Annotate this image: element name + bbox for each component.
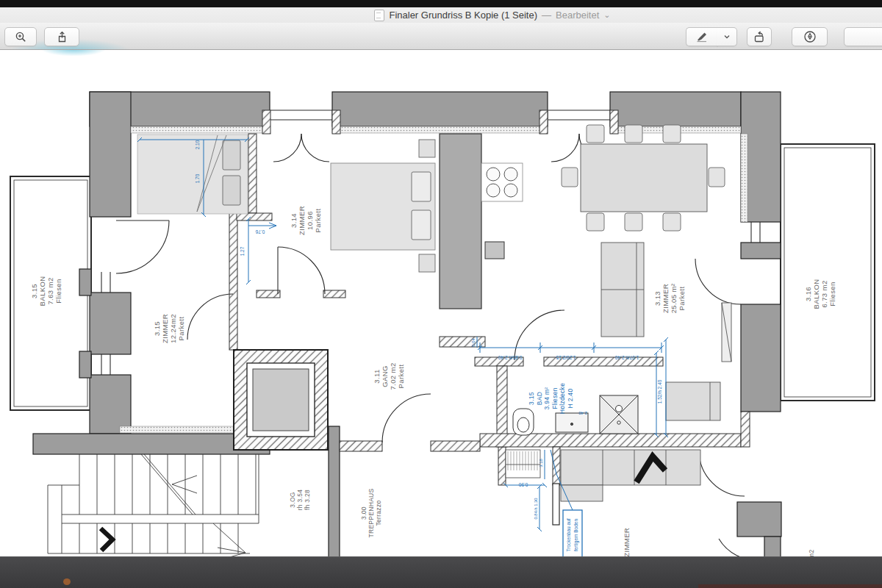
closet <box>506 450 540 478</box>
share-button[interactable] <box>44 27 79 46</box>
svg-text:3.15: 3.15 <box>30 284 38 298</box>
kitchen-sink <box>485 242 504 259</box>
svg-text:Parkett: Parkett <box>177 317 185 341</box>
svg-text:Holzdecke: Holzdecke <box>559 383 566 414</box>
dim-2-10: 2.10 <box>195 140 200 149</box>
svg-text:Parkett: Parkett <box>678 287 686 311</box>
label-zimmer-314: 3.14 ZIMMER 10.96 Parkett <box>290 206 322 235</box>
document-canvas[interactable]: 3.15 BALKON 7.63 m2 Fliesen 3.15 ZIMMER … <box>0 0 882 588</box>
marker-dropdown-button[interactable] <box>717 27 737 46</box>
toolbar <box>0 23 882 50</box>
svg-text:H 2.40: H 2.40 <box>567 389 574 409</box>
svg-text:Parkett: Parkett <box>397 365 405 389</box>
svg-text:GANG: GANG <box>381 365 389 387</box>
label-zimmer-313: 3.13 ZIMMER 25.05 m² Parkett <box>653 284 686 314</box>
dining-table <box>581 144 707 212</box>
dim-1-07: 1.07/h 2.40 <box>614 355 639 360</box>
note-line-1: Trockenbau auf <box>566 518 571 551</box>
dim-1-70: 1.70 <box>195 173 200 183</box>
dim-0-85: 0.85/h 2.40 <box>498 355 522 360</box>
stairs <box>48 454 259 559</box>
svg-text:12.24m2: 12.24m2 <box>169 314 177 343</box>
svg-text:6.73 m2: 6.73 m2 <box>820 280 828 307</box>
markup-icon <box>803 30 817 43</box>
label-balkon-right: 3.16 BALKON 6.73 m2 Fliesen <box>804 279 836 309</box>
note-line-2: fertigem Boden <box>573 519 579 551</box>
svg-text:25.05 m²: 25.05 m² <box>670 284 678 314</box>
svg-text:7.02 m2: 7.02 m2 <box>389 362 397 390</box>
title-bar: Finaler Grundriss B Kopie (1 Seite) — Be… <box>0 7 882 23</box>
svg-text:3.16: 3.16 <box>804 287 812 301</box>
label-balkon-left: 3.15 BALKON 7.63 m2 Fliesen <box>30 276 62 306</box>
dim-1-20: 1.20/2.15 <box>556 355 576 360</box>
svg-text:Terrazzo: Terrazzo <box>375 501 382 526</box>
dim-0-76: 0.76 <box>255 229 265 234</box>
document-proxy-icon[interactable] <box>374 10 384 21</box>
svg-text:3.11: 3.11 <box>373 369 381 383</box>
svg-text:3.15: 3.15 <box>528 392 535 405</box>
zoom-icon <box>15 31 27 43</box>
screen-top-strip <box>0 0 882 7</box>
share-icon <box>56 31 68 43</box>
title-dash: — <box>542 10 551 21</box>
screen-bottom-strip <box>0 556 882 588</box>
svg-text:3.14: 3.14 <box>290 213 298 228</box>
label-bad: 3.15 BAD 3.94 m² Fliesen Holzdecke H 2.4… <box>528 383 574 414</box>
svg-text:ZIMMER: ZIMMER <box>298 206 306 235</box>
edited-status: Bearbeitet <box>556 10 599 21</box>
partial-toolbar-button[interactable] <box>844 27 882 46</box>
dim-1-52: 1.52/h 2.40 <box>657 379 662 404</box>
svg-text:7.63 m2: 7.63 m2 <box>46 277 54 304</box>
balcony-right-outline <box>781 144 875 401</box>
svg-text:3.15: 3.15 <box>153 321 161 336</box>
dim-0-90: 0.90 <box>518 482 528 487</box>
svg-text:BALKON: BALKON <box>812 279 820 309</box>
label-treppenhaus: 3.00 TREPPENHAUS Terrazzo <box>360 488 382 537</box>
label-storey: 3.OG rh 3.54 fh 3.28 <box>289 490 311 511</box>
svg-text:Fliesen: Fliesen <box>551 387 559 409</box>
svg-text:rh 3.54: rh 3.54 <box>296 490 304 511</box>
svg-text:BAD: BAD <box>536 392 543 405</box>
svg-text:ZIMMER: ZIMMER <box>662 284 670 313</box>
dim-0-84: 0.84/h 1.30 <box>534 498 538 519</box>
dim-1-27: 1.27 <box>240 246 245 256</box>
svg-text:BALKON: BALKON <box>38 276 46 306</box>
chevron-down-icon <box>723 32 731 41</box>
sofa-living <box>561 450 700 485</box>
marker-button[interactable] <box>686 27 718 46</box>
marker-icon <box>695 31 709 43</box>
svg-text:TREPPENHAUS: TREPPENHAUS <box>368 488 375 537</box>
svg-text:Fliesen: Fliesen <box>828 282 836 306</box>
kitchen-unit <box>440 134 523 309</box>
markup-toolbar-button[interactable] <box>792 27 828 46</box>
svg-text:3.00: 3.00 <box>360 506 368 520</box>
elevator-core <box>234 350 328 450</box>
svg-text:3.OG: 3.OG <box>289 492 296 508</box>
svg-text:Fliesen: Fliesen <box>54 279 62 303</box>
label-gang: 3.11 GANG 7.02 m2 Parkett <box>373 362 405 390</box>
red-strip <box>698 584 882 588</box>
rotate-left-button[interactable] <box>747 27 772 46</box>
label-zimmer-315: 3.15 ZIMMER 12.24m2 Parkett <box>153 314 185 343</box>
stairs-direction-chevron <box>101 528 112 551</box>
dim-3-18: 3.18 <box>539 459 543 467</box>
preview-window: { "titlebar": { "title": "Finaler Grundr… <box>0 0 882 588</box>
window-title: Finaler Grundriss B Kopie (1 Seite) <box>389 10 537 21</box>
armchair <box>666 382 720 420</box>
title-chevron-icon[interactable]: ⌄ <box>603 10 610 20</box>
svg-text:3.13: 3.13 <box>653 291 662 306</box>
dim-2-40: 2.40 <box>578 411 587 415</box>
zoom-button[interactable] <box>4 27 37 46</box>
dim-0-04: 0.04 <box>471 338 476 347</box>
floorplan-drawing: 3.15 BALKON 7.63 m2 Fliesen 3.15 ZIMMER … <box>0 0 882 588</box>
svg-text:3.94 m²: 3.94 m² <box>543 387 551 410</box>
rotate-left-icon <box>753 31 767 43</box>
svg-text:fh 3.28: fh 3.28 <box>304 490 311 510</box>
svg-text:10.96: 10.96 <box>306 211 314 230</box>
svg-text:Parkett: Parkett <box>314 209 322 233</box>
svg-text:ZIMMER: ZIMMER <box>161 314 169 343</box>
orange-dot <box>63 578 71 585</box>
shower <box>600 395 638 434</box>
